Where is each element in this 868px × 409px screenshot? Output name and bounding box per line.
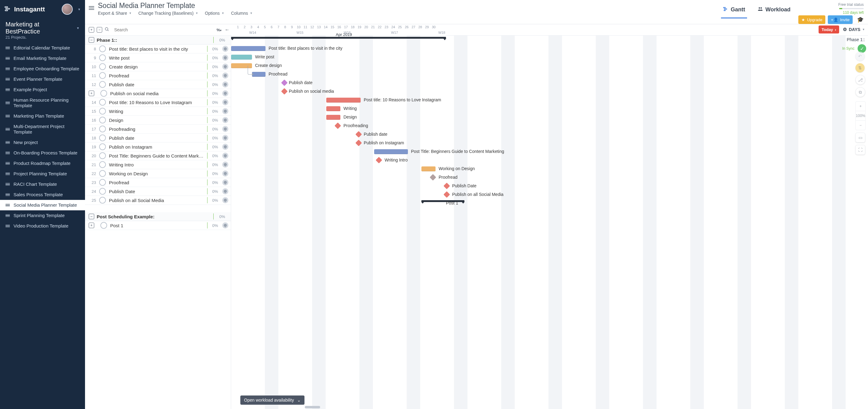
- search-icon[interactable]: [105, 27, 109, 33]
- horizontal-scrollbar[interactable]: [305, 406, 320, 408]
- assignee-avatar[interactable]: [222, 72, 228, 79]
- sidebar-project-item[interactable]: Event Planner Template: [0, 74, 85, 84]
- assignee-avatar[interactable]: [222, 126, 228, 132]
- task-row[interactable]: 16Design0%: [85, 116, 231, 125]
- workspace-name[interactable]: Marketing at BestPractice: [5, 21, 72, 35]
- percent-toggle[interactable]: %▾: [216, 28, 222, 32]
- sidebar-project-item[interactable]: RACI Chart Template: [0, 179, 85, 189]
- gantt-milestone[interactable]: [430, 174, 436, 180]
- search-input[interactable]: [112, 26, 196, 33]
- gantt-milestone[interactable]: [355, 131, 362, 138]
- gantt-milestone[interactable]: [443, 183, 450, 189]
- sidebar-project-item[interactable]: Social Media Planner Template: [0, 200, 85, 210]
- status-circle-icon[interactable]: [99, 143, 106, 150]
- sidebar-project-item[interactable]: On-Boarding Process Template: [0, 148, 85, 158]
- gantt-milestone[interactable]: [376, 157, 382, 163]
- status-circle-icon[interactable]: [99, 152, 106, 159]
- task-row[interactable]: 21Writing Intro0%: [85, 160, 231, 169]
- undo-button[interactable]: ↶: [856, 52, 865, 61]
- status-circle-icon[interactable]: [100, 222, 107, 229]
- task-row[interactable]: +Post 10%: [85, 221, 231, 230]
- sidebar-project-item[interactable]: Marketing Plan Template: [0, 111, 85, 121]
- status-circle-icon[interactable]: [99, 135, 106, 141]
- timescale-selector[interactable]: ⚙ DAYS ▼: [843, 27, 865, 32]
- copy-button[interactable]: ⧉: [856, 87, 865, 97]
- task-row[interactable]: 8Post title: Best places to visit in the…: [85, 45, 231, 53]
- gantt-milestone[interactable]: [281, 80, 288, 86]
- graduation-icon[interactable]: 🎓: [855, 16, 864, 23]
- gantt-milestone[interactable]: [443, 191, 450, 198]
- tab-gantt[interactable]: Gantt: [721, 6, 747, 19]
- task-row[interactable]: 9Write post0%: [85, 53, 231, 62]
- status-circle-icon[interactable]: [99, 46, 106, 52]
- sidebar-project-item[interactable]: Project Planning Template: [0, 169, 85, 179]
- assignee-avatar[interactable]: [222, 153, 228, 159]
- status-circle-icon[interactable]: [99, 108, 106, 115]
- branch-button[interactable]: ⎇: [856, 75, 865, 85]
- status-circle-icon[interactable]: [99, 81, 106, 88]
- gantt-bar[interactable]: [252, 72, 266, 77]
- collapse-toggle[interactable]: −: [89, 214, 94, 219]
- status-circle-icon[interactable]: [99, 63, 106, 70]
- sidebar-project-item[interactable]: New project: [0, 137, 85, 148]
- task-row[interactable]: 23Proofread0%: [85, 178, 231, 187]
- minimap-button[interactable]: ▭: [856, 133, 865, 143]
- task-row[interactable]: 17Proofreading0%: [85, 125, 231, 134]
- sidebar-project-item[interactable]: Multi-Department Project Template: [0, 121, 85, 137]
- status-circle-icon[interactable]: [100, 90, 107, 97]
- expand-toggle[interactable]: +: [89, 223, 94, 228]
- tab-workload[interactable]: Workload: [756, 6, 793, 19]
- sort-button[interactable]: ⇅: [856, 63, 865, 72]
- gantt-bar[interactable]: [231, 55, 252, 60]
- assignee-avatar[interactable]: [222, 144, 228, 150]
- status-circle-icon[interactable]: [99, 188, 106, 195]
- collapse-all-button[interactable]: −: [97, 27, 102, 33]
- menu-item[interactable]: Export & Share▼: [98, 11, 132, 16]
- task-row[interactable]: 15Writing0%: [85, 107, 231, 116]
- status-circle-icon[interactable]: [99, 170, 106, 177]
- section-header[interactable]: −Phase 1::0%: [85, 36, 231, 45]
- assignee-avatar[interactable]: [222, 162, 228, 168]
- task-row[interactable]: 24Publish Date0%: [85, 187, 231, 196]
- gantt-milestone[interactable]: [355, 140, 362, 146]
- zoom-in-button[interactable]: +: [856, 101, 865, 111]
- status-circle-icon[interactable]: [99, 54, 106, 61]
- assignee-avatar[interactable]: [222, 99, 228, 105]
- gantt-milestone[interactable]: [281, 88, 288, 94]
- upgrade-button[interactable]: ★ Upgrade: [798, 16, 825, 24]
- sidebar-project-item[interactable]: Video Production Template: [0, 221, 85, 231]
- today-button[interactable]: Today ›: [818, 26, 839, 33]
- expand-toggle[interactable]: +: [89, 91, 94, 96]
- sidebar-project-item[interactable]: Employee Onboarding Template: [0, 64, 85, 74]
- task-row[interactable]: 10Create design0%: [85, 62, 231, 71]
- sidebar-project-item[interactable]: Sales Process Template: [0, 189, 85, 200]
- status-circle-icon[interactable]: [99, 161, 106, 168]
- chevron-down-icon[interactable]: ▼: [76, 8, 81, 11]
- fullscreen-button[interactable]: ⛶: [856, 145, 865, 155]
- gantt-pane[interactable]: Phase 1::Post title: Best places to visi…: [231, 36, 868, 409]
- assignee-avatar[interactable]: [222, 46, 228, 52]
- task-row[interactable]: 25Publish on all Social Media0%: [85, 196, 231, 205]
- assignee-avatar[interactable]: [222, 188, 228, 194]
- assignee-avatar[interactable]: [222, 108, 228, 114]
- assignee-avatar[interactable]: [222, 222, 228, 229]
- task-row[interactable]: 20Post Title: Beginners Guide to Content…: [85, 151, 231, 160]
- gantt-milestone[interactable]: [335, 122, 341, 129]
- task-row[interactable]: 11Proofread0%: [85, 71, 231, 80]
- assignee-avatar[interactable]: [222, 90, 228, 96]
- gantt-bar[interactable]: [326, 98, 361, 103]
- back-arrow[interactable]: ←: [225, 27, 229, 33]
- collapse-toggle[interactable]: −: [89, 37, 94, 43]
- gantt-bar[interactable]: [422, 167, 436, 171]
- assignee-avatar[interactable]: [222, 64, 228, 70]
- task-row[interactable]: 22Working on Design0%: [85, 169, 231, 178]
- gantt-bar[interactable]: [374, 149, 408, 154]
- assignee-avatar[interactable]: [222, 55, 228, 61]
- chevron-down-icon[interactable]: ▼: [74, 26, 80, 30]
- status-circle-icon[interactable]: [99, 179, 106, 186]
- status-circle-icon[interactable]: [99, 117, 106, 123]
- assignee-avatar[interactable]: [222, 135, 228, 141]
- zoom-out-button[interactable]: −: [856, 121, 865, 130]
- assignee-avatar[interactable]: [222, 81, 228, 88]
- avatar[interactable]: [62, 4, 73, 15]
